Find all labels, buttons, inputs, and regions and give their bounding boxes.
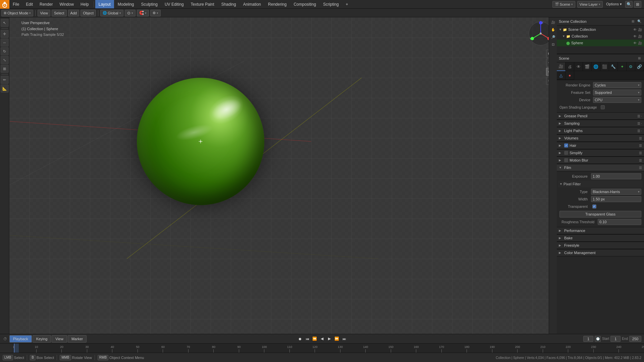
3d-viewport[interactable]: User Perspective (1) Collection | Sphere… <box>9 17 557 334</box>
move-tool[interactable]: ↔ <box>1 39 9 47</box>
timeline-frames[interactable]: 1102030405060708090100110120130140150160… <box>13 344 644 353</box>
tab-physics[interactable]: ⚙ <box>627 62 635 71</box>
workspace-texture-paint[interactable]: Texture Paint <box>187 0 218 8</box>
proportional-edit[interactable]: ⊚ ▾ <box>150 10 161 16</box>
filter-width-input[interactable]: 1.50 px <box>591 196 641 202</box>
snap-toggle[interactable]: 🧲 ▾ <box>137 10 149 16</box>
collection-vis-icon[interactable]: 👁 <box>633 35 637 38</box>
motion-blur-checkbox[interactable] <box>564 158 568 162</box>
menu-help[interactable]: Help <box>77 0 92 8</box>
light-paths-menu-icon[interactable]: ☰ <box>637 129 640 133</box>
bake-section[interactable]: Bake <box>557 234 644 242</box>
mode-selector[interactable]: ⊞ Object Mode ▾ <box>1 10 33 16</box>
collection-render-icon[interactable]: 🎥 <box>638 28 642 32</box>
timeline-ruler[interactable]: 1102030405060708090100110120130140150160… <box>0 343 644 353</box>
view-all[interactable]: ⊡ <box>550 41 556 48</box>
transparent-glass-label[interactable]: Transparent Glass <box>559 211 641 218</box>
sphere-cam2-icon[interactable]: 🎥 <box>638 41 642 45</box>
exposure-input[interactable]: 1.00 <box>591 173 641 179</box>
view-menu[interactable]: View <box>38 10 50 16</box>
jump-end-btn[interactable]: ⏭ <box>341 336 347 342</box>
play-reverse-btn[interactable]: ◀ <box>319 336 325 342</box>
color-management-section[interactable]: Color Management <box>557 249 644 256</box>
workspace-rendering[interactable]: Rendering <box>265 0 290 8</box>
zoom-tool[interactable]: 🔎 <box>550 34 556 40</box>
search-icon[interactable]: 🔍 <box>625 1 633 8</box>
sampling-dot-icon[interactable]: · <box>641 122 642 125</box>
tab-output[interactable]: 🖨 <box>566 62 574 71</box>
properties-options-icon[interactable]: ⊞ <box>637 56 642 61</box>
performance-section[interactable]: Performance <box>557 227 644 234</box>
sphere-vis-icon[interactable]: 👁 <box>633 41 637 45</box>
add-menu[interactable]: Add <box>68 10 79 16</box>
menu-render[interactable]: Render <box>36 0 56 8</box>
collection-eye-icon[interactable]: 👁 <box>633 28 637 32</box>
film-menu-icon[interactable]: ☰ <box>639 166 642 170</box>
select-menu[interactable]: Select <box>52 10 67 16</box>
workspace-uv-editing[interactable]: UV Editing <box>161 0 187 8</box>
tab-data[interactable]: △ <box>557 71 566 80</box>
workspace-add[interactable]: + <box>342 0 352 8</box>
keying-tab[interactable]: Keying <box>33 335 51 343</box>
motion-blur-section[interactable]: Motion Blur ☰ <box>557 157 644 164</box>
workspace-compositing[interactable]: Compositing <box>290 0 319 8</box>
light-paths-section[interactable]: Light Paths ☰ · <box>557 127 644 134</box>
workspace-layout[interactable]: Layout <box>95 0 114 8</box>
view-tab[interactable]: View <box>52 335 67 343</box>
simplify-checkbox[interactable] <box>564 151 568 155</box>
filter-type-selector[interactable]: Blackman-Harris ▾ <box>591 189 641 195</box>
open-shading-toggle[interactable] <box>599 105 641 109</box>
workspace-scripting[interactable]: Scripting <box>320 0 342 8</box>
transform-tool[interactable]: ⊞ <box>1 65 9 73</box>
freestyle-section[interactable]: Freestyle <box>557 242 644 249</box>
pivot-point[interactable]: ⊙ ▾ <box>125 10 136 16</box>
select-tool[interactable]: ↖ <box>1 19 9 27</box>
outliner-scene-collection[interactable]: 📁 Scene Collection 👁 🎥 <box>557 26 644 33</box>
volumes-menu-icon[interactable]: ☰ <box>639 136 642 140</box>
grease-pencil-menu-icon[interactable]: ☰ <box>637 114 640 118</box>
play-btn[interactable]: ▶ <box>326 336 333 342</box>
hair-checkbox[interactable]: ✓ <box>564 143 568 147</box>
render-engine-selector[interactable]: Cycles ▾ <box>593 82 641 88</box>
tab-modifier[interactable]: 🔧 <box>609 62 618 71</box>
transparent-glass-btn[interactable]: Transparent Glass <box>559 211 641 218</box>
prev-keyframe-btn[interactable]: ⏪ <box>311 336 318 342</box>
tab-object[interactable]: ⬛ <box>600 62 609 71</box>
measure-tool[interactable]: 📐 <box>1 84 9 93</box>
outliner-search-icon[interactable]: 🔍 <box>637 19 642 24</box>
workspace-shading[interactable]: Shading <box>218 0 239 8</box>
menu-file[interactable]: File <box>9 0 22 8</box>
sphere-object[interactable] <box>137 78 264 205</box>
zoom-camera[interactable]: 🎥 <box>550 19 556 25</box>
light-paths-dot-icon[interactable]: · <box>641 129 642 133</box>
grease-pencil-dot-icon[interactable]: · <box>641 114 642 118</box>
view-layer-selector[interactable]: View Layer ▾ <box>577 1 603 8</box>
tab-scene[interactable]: 🎬 <box>583 62 592 71</box>
tab-render[interactable]: 🎥 <box>557 62 566 71</box>
tab-world[interactable]: 🌐 <box>592 62 600 71</box>
hair-menu-icon[interactable]: ☰ <box>639 144 642 147</box>
open-shading-checkbox[interactable] <box>601 105 605 109</box>
tab-view-layer[interactable]: 👁 <box>574 62 583 71</box>
simplify-menu-icon[interactable]: ☰ <box>639 151 642 155</box>
sampling-section[interactable]: Sampling ☰ · <box>557 120 644 127</box>
tab-material[interactable]: ● <box>566 71 574 80</box>
roughness-input[interactable]: 0.10 <box>598 219 641 225</box>
scene-selector[interactable]: 🎬 Scene ▾ <box>552 1 575 8</box>
pixel-filter-header[interactable]: Pixel Filter <box>558 181 643 187</box>
hair-section[interactable]: ✓ Hair ☰ <box>557 142 644 149</box>
menu-edit[interactable]: Edit <box>22 0 36 8</box>
workspace-modeling[interactable]: Modeling <box>114 0 138 8</box>
rotate-tool[interactable]: ↻ <box>1 47 9 55</box>
film-section[interactable]: Film ☰ <box>557 164 644 171</box>
simplify-section[interactable]: Simplify ☰ <box>557 149 644 157</box>
sampling-menu-icon[interactable]: ☰ <box>637 122 640 125</box>
cursor-tool[interactable]: ✛ <box>1 30 9 38</box>
workspace-animation[interactable]: Animation <box>240 0 264 8</box>
scale-tool[interactable]: ⤡ <box>1 56 9 64</box>
feature-set-selector[interactable]: Supported ▾ <box>593 89 641 96</box>
menu-window[interactable]: Window <box>56 0 77 8</box>
marker-tab[interactable]: Marker <box>68 335 87 343</box>
transform-space[interactable]: 🌐 Global ▾ <box>100 10 123 16</box>
playback-tab[interactable]: Playback <box>9 335 32 343</box>
